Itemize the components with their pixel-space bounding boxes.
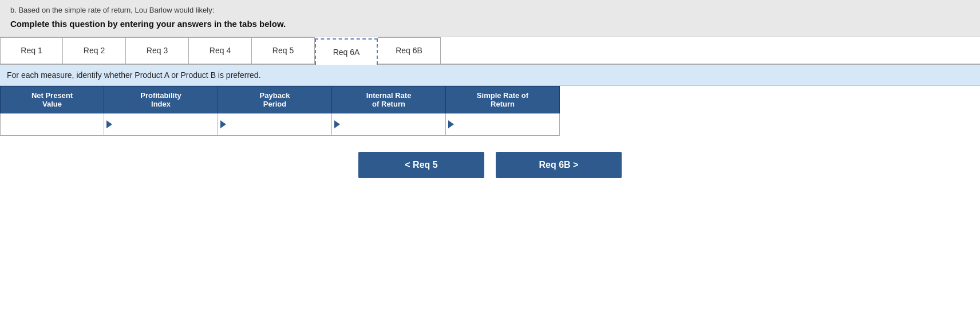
tab-req4[interactable]: Req 4 [189,37,252,64]
for-each-instruction: For each measure, identify whether Produ… [0,65,980,86]
arrow-pi-icon [106,120,112,128]
input-pp[interactable] [228,113,331,135]
nav-buttons-row: Req 5 Req 6B [0,136,980,190]
cell-pi[interactable] [104,113,218,136]
col-header-pp: PaybackPeriod [218,87,332,113]
tabs-row: Req 1 Req 2 Req 3 Req 4 Req 5 Req 6A Req… [0,37,980,65]
chevron-left-icon [405,160,413,170]
partial-question-text: b. Based on the simple rate of return, L… [10,6,970,14]
input-srr[interactable] [456,113,559,135]
tab-req6b[interactable]: Req 6B [378,37,441,64]
col-header-npv: Net PresentValue [1,87,104,113]
tab-req5[interactable]: Req 5 [252,37,315,64]
chevron-right-icon [571,160,579,170]
table-header-row: Net PresentValue ProfitabilityIndex Payb… [1,87,560,113]
instruction-text: Complete this question by entering your … [10,19,970,29]
top-bar: b. Based on the simple rate of return, L… [0,0,980,37]
input-npv[interactable] [1,113,104,135]
tab-req6a[interactable]: Req 6A [315,38,378,65]
prev-button-label: Req 5 [413,160,438,170]
col-header-srr: Simple Rate ofReturn [446,87,560,113]
tab-req1[interactable]: Req 1 [0,37,63,64]
arrow-pp-icon [220,120,226,128]
next-button[interactable]: Req 6B [496,152,622,178]
tab-req2[interactable]: Req 2 [63,37,126,64]
cell-srr[interactable] [446,113,560,136]
cell-irr[interactable] [332,113,446,136]
col-header-pi: ProfitabilityIndex [104,87,218,113]
table-data-row [1,113,560,136]
cell-npv[interactable] [1,113,104,136]
input-pi[interactable] [114,113,218,135]
prev-button[interactable]: Req 5 [358,152,484,178]
input-irr[interactable] [342,113,445,135]
measures-table: Net PresentValue ProfitabilityIndex Payb… [0,86,560,136]
cell-pp[interactable] [218,113,332,136]
arrow-srr-icon [448,120,454,128]
arrow-irr-icon [334,120,340,128]
tab-req3[interactable]: Req 3 [126,37,189,64]
next-button-label: Req 6B [539,160,571,170]
main-table-container: Net PresentValue ProfitabilityIndex Payb… [0,86,980,136]
col-header-irr: Internal Rateof Return [332,87,446,113]
